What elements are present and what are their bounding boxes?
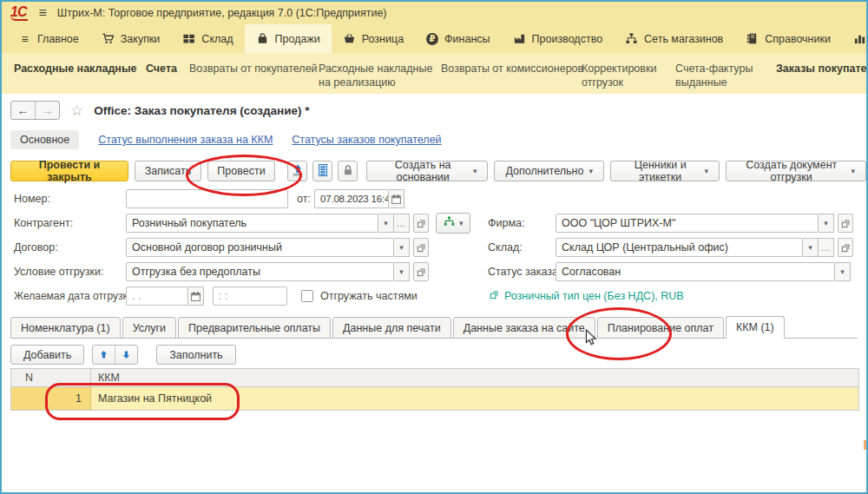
button-label: Ценники и этикетки (621, 159, 700, 183)
tab-uslugi[interactable]: Услуги (122, 317, 176, 339)
tab-kkm[interactable]: ККМ (1) (726, 316, 785, 339)
number-label: Номер: (14, 189, 50, 208)
subnav-zakazy-pokupateley[interactable]: Заказы покупателей (776, 62, 868, 76)
shipping-terms-dropdown-icon[interactable]: ▾ (394, 262, 410, 281)
menu-label: Розница (362, 33, 404, 45)
price-tags-button[interactable]: Ценники и этикетки▾ (610, 161, 720, 181)
column-header-kkm[interactable]: ККМ (91, 369, 858, 386)
fill-button[interactable]: Заполнить (156, 345, 235, 365)
chevron-down-icon: ▾ (851, 168, 855, 175)
bar-chart-icon (853, 32, 866, 45)
app-window: 1С ≡ Штрих-М: Торговое предприятие, реда… (0, 0, 868, 494)
button-label: Создать на основании (378, 159, 467, 183)
menu-item-prodazhi[interactable]: Продажи (245, 24, 332, 53)
row-kkm-cell: Магазин на Пятницкой (91, 387, 858, 410)
menu-label: Финансы (444, 33, 490, 45)
desired-date-label: Желаемая дата отгрузки: (14, 287, 136, 306)
menu-item-proizvodstvo[interactable]: Производство (502, 24, 615, 53)
add-row-button[interactable]: Добавить (10, 345, 84, 365)
shipping-terms-open-icon[interactable] (413, 262, 429, 281)
menu-label: Производство (532, 33, 603, 45)
contract-open-icon[interactable] (413, 238, 429, 257)
partial-shipping-label: Отгружать частями (320, 290, 418, 302)
create-based-on-button[interactable]: Создать на основании▾ (366, 161, 488, 181)
lock-icon-button[interactable] (338, 161, 358, 181)
order-status-field[interactable]: Согласован (556, 262, 835, 281)
more-button[interactable]: Дополнительно▾ (494, 161, 604, 181)
1c-logo: 1С (10, 6, 28, 21)
move-down-icon[interactable] (115, 346, 137, 364)
forward-button[interactable]: → (35, 102, 59, 119)
subnav-rashodnye-nakladnye[interactable]: Расходные накладные (14, 62, 137, 76)
tab-nomenklatura[interactable]: Номенклатура (1) (10, 317, 121, 339)
desired-date-field[interactable]: . . (126, 287, 188, 306)
tab-osnovnoe[interactable]: Основное (10, 130, 79, 149)
contract-field[interactable]: Основной договор розничный (126, 238, 394, 257)
subnav-scheta-faktury[interactable]: Счета-фактуры выданные (675, 62, 766, 90)
subnav-rashodnye-na-realizatsiyu[interactable]: Расходные накладные на реализацию (319, 62, 438, 90)
post-document-icon-button[interactable] (287, 161, 307, 181)
create-shipment-doc-button[interactable]: Создать документ отгрузки▾ (726, 161, 866, 181)
warehouse-choose-icon[interactable]: … (819, 238, 834, 257)
company-field[interactable]: ООО "ЦОР ШТРИХ-М" (556, 214, 819, 233)
company-dropdown-icon[interactable]: ▾ (819, 214, 834, 233)
warehouse-open-icon[interactable] (838, 238, 853, 257)
home-menu-icon: ≡ (18, 32, 31, 45)
warehouse-dropdown-icon[interactable]: ▾ (803, 238, 819, 257)
favorite-star-icon[interactable]: ☆ (70, 103, 83, 118)
counterparty-open-icon[interactable] (413, 214, 429, 233)
menu-item-sklad[interactable]: Склад (171, 24, 244, 53)
subnav-korrektirovki-otgruzok[interactable]: Корректировки отгрузок (582, 62, 668, 90)
menu-label: Сеть магазинов (644, 33, 723, 45)
counterparty-choose-icon[interactable]: … (394, 214, 410, 233)
shipping-terms-field[interactable]: Отгрузка без предоплаты (126, 262, 394, 281)
tab-dannye-dlya-pechati[interactable]: Данные для печати (332, 317, 451, 339)
date-field[interactable]: 07.08.2023 16:40:02 (314, 189, 389, 208)
counterparty-field[interactable]: Розничный покупатель (126, 214, 378, 233)
price-type-link[interactable]: Розничный тип цен (Без НДС), RUB (490, 287, 684, 306)
ledger-book-icon (746, 32, 759, 45)
save-button[interactable]: Записать (135, 161, 201, 181)
subnav-scheta[interactable]: Счета (146, 62, 177, 76)
from-label: от: (297, 189, 311, 208)
contract-dropdown-icon[interactable]: ▾ (394, 238, 410, 257)
menu-item-otchety[interactable]: Отчеты (842, 24, 866, 53)
desired-date-calendar-icon[interactable] (188, 287, 204, 306)
chevron-down-icon: ▾ (704, 168, 708, 175)
warehouse-field[interactable]: Склад ЦОР (Центральный офис) (556, 238, 803, 257)
subnav-vozvraty-komissionerov[interactable]: Возвраты от комиссионеров (441, 62, 583, 76)
counterparty-dropdown-icon[interactable]: ▾ (378, 214, 394, 233)
register-list-icon (316, 163, 330, 180)
chevron-down-icon: ▾ (459, 220, 464, 227)
link-kkm-status[interactable]: Статус выполнения заказа на ККМ (98, 134, 273, 146)
subnav-vozvraty-pokupateley[interactable]: Возвраты от покупателей (189, 62, 318, 76)
menu-item-glavnoe[interactable]: ≡ Главное (7, 24, 90, 53)
tab-predvaritelnye-oplaty[interactable]: Предварительные оплаты (178, 317, 331, 339)
contract-label: Договор: (14, 238, 58, 257)
menu-item-roznitsa[interactable]: Розница (332, 24, 415, 53)
desired-time-field[interactable]: : : (213, 287, 287, 306)
table-row[interactable]: 1 Магазин на Пятницкой (10, 387, 859, 411)
tab-planirovanie-oplat[interactable]: Планирование оплат (597, 317, 724, 339)
menu-item-zakupki[interactable]: Закупки (90, 24, 172, 53)
hierarchy-tree-icon (443, 215, 456, 231)
warehouse-label: Склад: (488, 238, 523, 257)
post-button[interactable]: Провести (207, 161, 275, 181)
column-header-n[interactable]: N (11, 369, 91, 386)
link-order-statuses[interactable]: Статусы заказов покупателей (292, 134, 441, 146)
partial-shipping-checkbox[interactable] (301, 290, 313, 302)
tab-dannye-zakaza-na-sayte[interactable]: Данные заказа на сайте (453, 317, 595, 339)
number-field[interactable] (126, 189, 288, 208)
calendar-icon[interactable] (389, 189, 404, 208)
move-up-icon[interactable] (93, 346, 115, 364)
order-status-dropdown-icon[interactable]: ▾ (835, 262, 851, 281)
menu-item-spravochniki[interactable]: Справочники (734, 24, 842, 53)
menu-item-set-magazinov[interactable]: Сеть магазинов (614, 24, 734, 53)
main-menu-icon[interactable]: ≡ (38, 5, 46, 21)
company-open-icon[interactable] (838, 214, 853, 233)
back-button[interactable]: ← (11, 102, 35, 119)
register-records-icon-button[interactable] (312, 161, 332, 181)
counterparty-hierarchy-button[interactable]: ▾ (436, 213, 470, 234)
post-and-close-button[interactable]: Провести и закрыть (10, 161, 128, 181)
menu-item-finansy[interactable]: ₽ Финансы (415, 24, 501, 53)
